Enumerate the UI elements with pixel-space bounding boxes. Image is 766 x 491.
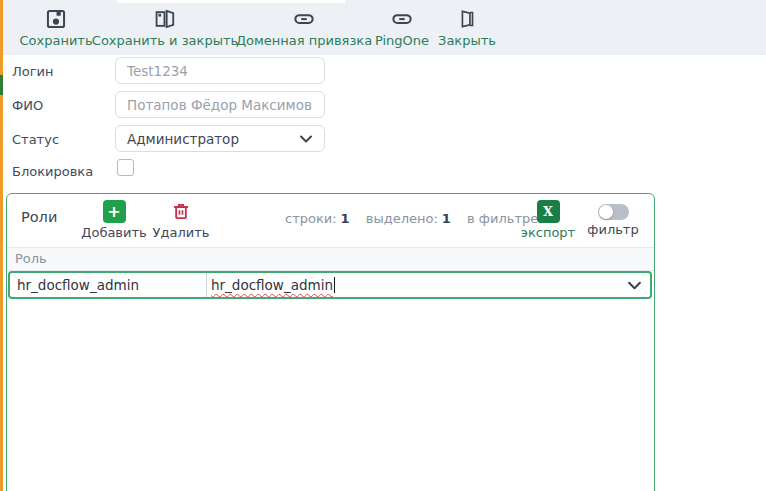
user-edit-page: Сохранить Сохранить и закрыть Доменная п… [0,0,766,491]
domain-binding-button[interactable]: Доменная привязка [244,7,364,51]
save-button[interactable]: Сохранить [14,7,98,51]
top-tab-notch [117,0,345,3]
filter-toggle-label: фильтр [587,222,638,237]
delete-role-button[interactable]: Удалить [149,200,213,244]
domain-binding-button-label: Доменная привязка [236,33,372,48]
status-label: Статус [12,132,59,147]
toggle-knob-icon [599,205,613,219]
role-editor-text: hr_docflow_admin [211,277,333,293]
close-button-label: Закрыть [438,33,496,48]
login-input[interactable] [115,57,325,84]
export-button-label: экспорт [521,225,575,240]
role-column-header: Роль [7,247,654,271]
fullname-input[interactable] [115,91,325,118]
save-button-label: Сохранить [19,33,92,48]
role-cell-value: hr_docflow_admin [10,273,207,297]
grid-stats: строки:1 выделено:1 в фильтре:0 [285,211,556,226]
trash-icon [171,200,191,223]
pingone-button[interactable]: PingOne [371,7,433,51]
pingone-button-label: PingOne [375,33,429,48]
save-and-close-icon [154,7,176,31]
rows-stat-label: строки: [285,211,337,226]
block-label: Блокировка [12,164,93,179]
door-icon [457,7,477,31]
text-caret [334,277,336,293]
save-icon [45,7,67,31]
login-label: Логин [12,64,54,79]
status-select[interactable]: Администратор [115,125,325,152]
role-editor-input[interactable]: hr_docflow_admin [207,273,650,297]
status-select-value: Администратор [127,131,299,147]
chevron-down-icon [299,129,313,148]
close-button[interactable]: Закрыть [438,7,496,51]
selected-stat-label: выделено: [366,211,438,226]
save-and-close-button[interactable]: Сохранить и закрыть [104,7,226,51]
rows-stat-value: 1 [341,211,350,226]
filter-toggle-group: фильтр [583,200,643,244]
left-accent-border-segment [0,75,3,95]
delete-role-button-label: Удалить [153,225,210,240]
add-role-button-label: Добавить [81,225,146,240]
roles-panel-title: Роли [21,209,57,225]
left-accent-border [0,0,3,491]
save-and-close-button-label: Сохранить и закрыть [92,33,238,48]
block-checkbox[interactable] [117,159,134,176]
role-row-combobox[interactable]: hr_docflow_admin hr_docflow_admin [8,271,652,299]
roles-panel: Роли + Добавить Удалить строки:1 выделен… [6,193,655,491]
toolbar: Сохранить Сохранить и закрыть Доменная п… [0,0,766,55]
export-button[interactable]: X экспорт [517,200,579,244]
filter-toggle[interactable] [598,204,629,220]
link-icon [390,7,414,31]
plus-icon: + [103,200,126,223]
link-icon [292,7,316,31]
selected-stat-value: 1 [442,211,451,226]
add-role-button[interactable]: + Добавить [79,200,149,244]
fullname-label: ФИО [12,98,43,113]
chevron-down-icon[interactable] [627,276,642,295]
excel-icon: X [537,200,560,223]
